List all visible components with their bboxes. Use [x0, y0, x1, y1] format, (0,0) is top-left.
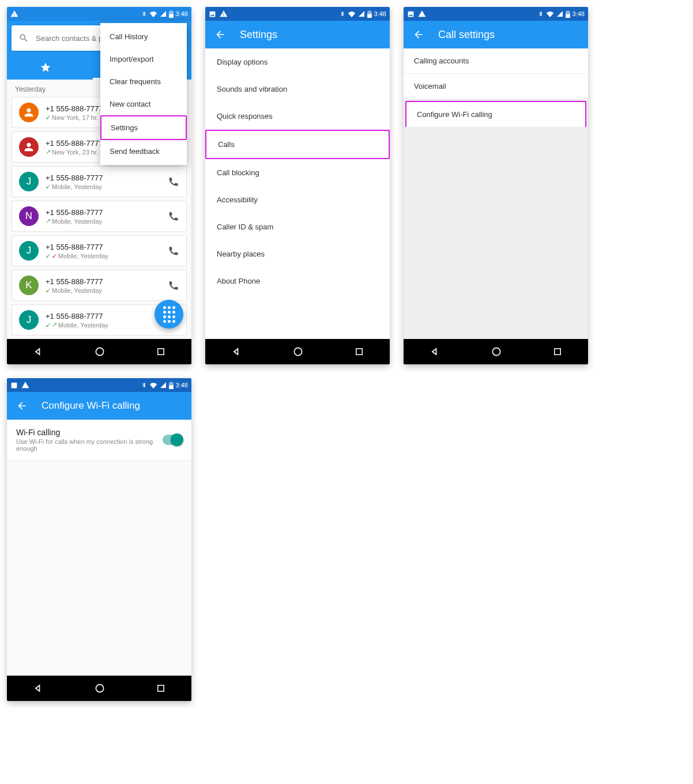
nav-back-icon[interactable]	[32, 346, 44, 357]
status-bar: 3:48	[7, 378, 191, 392]
call-direction-icon: ↗	[46, 149, 51, 155]
call-log-row[interactable]: J+1 555-888-7777↙ Mobile, Yesterday	[12, 166, 187, 197]
app-bar: Configure Wi-Fi calling	[7, 392, 191, 420]
signal-icon	[358, 10, 365, 17]
call-direction-icon: ↗	[46, 218, 51, 224]
call-button[interactable]	[168, 280, 179, 291]
status-time: 3:48	[176, 382, 188, 389]
nav-recents-icon[interactable]	[552, 346, 563, 357]
back-arrow-icon[interactable]	[16, 400, 28, 412]
search-icon	[18, 33, 29, 43]
settings-item-caller-id-spam[interactable]: Caller ID & spam	[205, 213, 390, 240]
settings-item-sounds-and-vibration[interactable]: Sounds and vibration	[205, 76, 390, 103]
call-number: +1 555-888-7777	[46, 174, 161, 182]
signal-icon	[556, 10, 563, 17]
contact-avatar: J	[19, 310, 39, 330]
call-button[interactable]	[168, 210, 179, 222]
menu-item-call-history[interactable]: Call History	[100, 25, 187, 48]
call-meta: ↗ Mobile, Yesterday	[46, 218, 161, 225]
call-direction-icon: ↗	[52, 322, 57, 328]
call-log-row[interactable]: J+1 555-888-7777↙↙ Mobile, Yesterday	[12, 235, 187, 266]
wifi-calling-label: Wi-Fi calling	[16, 428, 156, 437]
nav-bar	[7, 676, 191, 701]
call-direction-icon: ↙	[46, 287, 51, 293]
image-icon	[10, 382, 18, 389]
status-time: 3:48	[176, 10, 188, 17]
dialpad-fab[interactable]	[155, 300, 183, 329]
page-title: Call settings	[438, 29, 495, 41]
settings-item-quick-responses[interactable]: Quick responses	[205, 103, 390, 130]
menu-item-new-contact[interactable]: New contact	[100, 93, 187, 115]
menu-item-send-feedback[interactable]: Send feedback	[100, 140, 187, 163]
svg-rect-7	[158, 685, 164, 692]
wifi-icon	[348, 10, 356, 17]
call-log-row[interactable]: N+1 555-888-7777↗ Mobile, Yesterday	[12, 201, 187, 232]
wifi-icon	[149, 10, 157, 17]
call-button[interactable]	[168, 176, 179, 187]
call-direction-icon: ↙	[52, 252, 57, 259]
settings-item-nearby-places[interactable]: Nearby places	[205, 240, 390, 267]
phone-screen-call-settings: 3:48 Call settings Calling accountsVoice…	[404, 7, 588, 364]
menu-item-clear-frequents[interactable]: Clear frequents	[100, 70, 187, 93]
nav-home-icon[interactable]	[491, 346, 502, 357]
call-number: +1 555-888-7777	[46, 243, 161, 251]
call-settings-item-configure-wi-fi-calling[interactable]: Configure Wi-Fi calling	[405, 101, 586, 127]
svg-rect-1	[158, 349, 164, 355]
wifi-icon	[149, 382, 157, 389]
settings-item-calls[interactable]: Calls	[205, 130, 390, 159]
call-settings-item-calling-accounts[interactable]: Calling accounts	[404, 48, 588, 74]
call-settings-item-voicemail[interactable]: Voicemail	[404, 74, 588, 99]
tab-favorites[interactable]	[7, 55, 84, 80]
phone-screen-settings: 3:48 Settings Display optionsSounds and …	[205, 7, 390, 364]
svg-point-4	[492, 348, 500, 355]
call-direction-icon: ↙	[46, 322, 51, 328]
dialpad-icon	[163, 306, 175, 323]
settings-item-about-phone[interactable]: About Phone	[205, 267, 390, 295]
menu-item-import-export[interactable]: Import/export	[100, 48, 187, 70]
contact-avatar	[19, 137, 39, 157]
nav-home-icon[interactable]	[94, 346, 106, 357]
contact-avatar	[19, 103, 39, 122]
status-bar: 3:48	[404, 7, 588, 21]
settings-item-call-blocking[interactable]: Call blocking	[205, 159, 390, 186]
contact-avatar: J	[19, 172, 39, 191]
battery-icon	[566, 10, 570, 18]
call-button[interactable]	[168, 245, 179, 257]
battery-icon	[169, 382, 174, 389]
nav-back-icon[interactable]	[429, 346, 440, 357]
call-log-row[interactable]: K+1 555-888-7777↙ Mobile, Yesterday	[12, 270, 187, 301]
bluetooth-icon	[141, 10, 147, 17]
status-time: 3:48	[374, 10, 386, 17]
signal-icon	[160, 382, 167, 389]
nav-recents-icon[interactable]	[156, 346, 166, 357]
back-arrow-icon[interactable]	[214, 29, 226, 40]
settings-item-display-options[interactable]: Display options	[205, 48, 390, 76]
app-bar: Call settings	[404, 21, 588, 48]
nav-back-icon[interactable]	[32, 683, 44, 694]
svg-point-2	[294, 348, 302, 355]
warning-icon	[418, 10, 426, 18]
signal-icon	[160, 10, 167, 17]
nav-home-icon[interactable]	[292, 346, 304, 357]
nav-home-icon[interactable]	[94, 683, 106, 694]
call-direction-icon: ↙	[46, 252, 51, 259]
nav-bar	[205, 339, 390, 364]
menu-item-settings[interactable]: Settings	[100, 115, 187, 140]
svg-point-6	[96, 684, 103, 692]
back-arrow-icon[interactable]	[413, 29, 424, 40]
bluetooth-icon	[340, 10, 345, 17]
warning-icon	[220, 10, 228, 18]
wifi-calling-toggle-row[interactable]: Wi-Fi calling Use Wi-Fi for calls when m…	[7, 420, 191, 461]
nav-back-icon[interactable]	[231, 346, 242, 357]
call-meta: ↙ Mobile, Yesterday	[46, 183, 161, 190]
page-title: Configure Wi-Fi calling	[42, 400, 140, 412]
nav-recents-icon[interactable]	[354, 346, 364, 357]
settings-item-accessibility[interactable]: Accessibility	[205, 186, 390, 213]
page-title: Settings	[240, 29, 277, 41]
phone-screen-wifi-calling: 3:48 Configure Wi-Fi calling Wi-Fi calli…	[7, 378, 191, 701]
nav-recents-icon[interactable]	[156, 683, 166, 693]
overflow-menu: Call HistoryImport/exportClear frequents…	[100, 23, 187, 165]
warning-icon	[21, 381, 29, 389]
wifi-calling-switch[interactable]	[163, 435, 182, 445]
contact-avatar: K	[19, 276, 39, 295]
